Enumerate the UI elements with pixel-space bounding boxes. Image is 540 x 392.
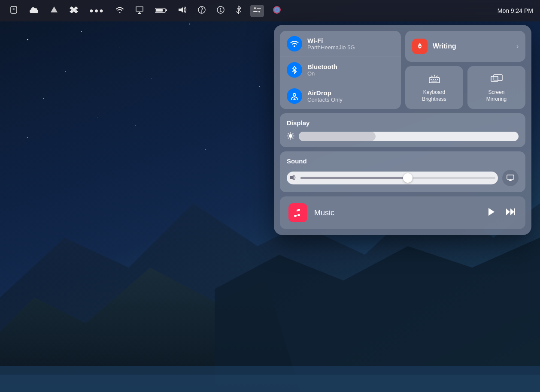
svg-rect-5 <box>11 6 17 13</box>
music-play-button[interactable] <box>486 206 497 220</box>
music-controls <box>486 206 517 220</box>
control-center-icon[interactable] <box>250 5 264 17</box>
volume-slider-wrap[interactable] <box>287 172 498 184</box>
svg-rect-28 <box>429 78 440 83</box>
bluetooth-icon-circle <box>287 62 302 78</box>
svg-rect-15 <box>156 9 163 12</box>
wifi-text: Wi-Fi ParthHeemaJio 5G <box>307 37 355 51</box>
cc-small-tiles: Keyboard Brightness Screen Mirroring <box>405 66 525 109</box>
brightness-icon <box>287 132 294 141</box>
svg-rect-4 <box>0 375 540 392</box>
svg-point-24 <box>273 6 281 14</box>
svg-rect-38 <box>507 175 514 179</box>
sound-row <box>287 170 519 186</box>
bluetooth-subtitle: On <box>307 70 337 77</box>
surfshark-icon[interactable] <box>7 4 21 18</box>
svg-rect-14 <box>166 9 167 11</box>
svg-point-25 <box>294 45 295 47</box>
focus-icon[interactable] <box>195 4 208 18</box>
keyboard-brightness-icon <box>428 72 440 86</box>
menubar: ●●● <box>0 0 540 21</box>
music-app-icon <box>288 203 307 222</box>
svg-text:1: 1 <box>219 8 222 12</box>
wifi-icon-circle <box>287 36 302 51</box>
menubar-left: ●●● <box>7 4 498 18</box>
airdrop-subtitle: Contacts Only <box>307 96 343 103</box>
sound-section: Sound <box>280 151 525 192</box>
svg-rect-33 <box>431 81 437 81</box>
wifi-icon[interactable] <box>113 5 127 17</box>
airdrop-icon-circle <box>287 88 302 104</box>
bluetooth-item[interactable]: Bluetooth On <box>280 57 401 83</box>
music-tile[interactable]: Music <box>280 196 525 229</box>
svg-rect-29 <box>431 79 432 80</box>
airplay-menu-icon[interactable] <box>133 4 146 18</box>
svg-rect-23 <box>253 11 258 12</box>
overflow-icon[interactable]: ●●● <box>87 5 107 16</box>
bluetooth-icon[interactable] <box>233 4 244 18</box>
keyboard-brightness-label: Keyboard Brightness <box>422 89 446 103</box>
writing-label: Writing <box>433 42 511 50</box>
icloud-icon[interactable] <box>27 5 41 17</box>
svg-rect-21 <box>257 8 261 9</box>
svg-point-26 <box>293 93 296 96</box>
airplay-icon <box>507 175 514 181</box>
svg-marker-12 <box>138 12 141 14</box>
dropbox-icon[interactable] <box>67 4 81 18</box>
battery-icon[interactable] <box>152 5 170 17</box>
brightness-slider-track[interactable] <box>299 132 519 141</box>
bluetooth-title: Bluetooth <box>307 63 337 70</box>
cc-top-row: Wi-Fi ParthHeemaJio 5G Bluetooth <box>280 31 525 109</box>
music-forward-button[interactable] <box>504 206 517 220</box>
neptunes-icon[interactable] <box>47 4 61 18</box>
display-section: Display <box>280 113 525 147</box>
screen-mirroring-icon <box>490 72 503 86</box>
svg-marker-16 <box>179 7 183 13</box>
svg-marker-6 <box>51 6 58 12</box>
password-icon[interactable]: 1 <box>214 4 227 18</box>
airdrop-item[interactable]: AirDrop Contacts Only <box>280 83 401 109</box>
brightness-slider-row <box>287 132 519 141</box>
svg-rect-43 <box>514 208 515 215</box>
airdrop-text: AirDrop Contacts Only <box>307 89 343 103</box>
control-center-panel: Wi-Fi ParthHeemaJio 5G Bluetooth <box>274 25 531 235</box>
cc-right-column: Writing › <box>405 31 525 109</box>
svg-marker-41 <box>506 208 510 215</box>
svg-rect-30 <box>433 79 434 80</box>
wifi-title: Wi-Fi <box>307 37 355 44</box>
svg-point-22 <box>258 11 260 12</box>
sound-title: Sound <box>287 157 519 165</box>
wifi-subtitle: ParthHeemaJio 5G <box>307 44 355 51</box>
siri-icon[interactable] <box>270 4 284 18</box>
display-title: Display <box>287 119 519 127</box>
airdrop-title: AirDrop <box>307 89 343 96</box>
svg-point-36 <box>289 134 292 137</box>
svg-rect-32 <box>437 79 438 80</box>
menubar-time: Mon 9:24 PM <box>498 7 533 14</box>
airplay-button[interactable] <box>502 170 519 186</box>
svg-point-20 <box>254 7 256 9</box>
volume-icon[interactable] <box>176 5 189 17</box>
menubar-right: Mon 9:24 PM <box>498 7 533 14</box>
writing-tile[interactable]: Writing › <box>405 31 525 62</box>
network-tile: Wi-Fi ParthHeemaJio 5G Bluetooth <box>280 31 401 109</box>
keyboard-brightness-tile[interactable]: Keyboard Brightness <box>405 66 463 109</box>
svg-rect-35 <box>491 76 498 81</box>
wifi-item[interactable]: Wi-Fi ParthHeemaJio 5G <box>280 31 401 57</box>
screen-mirroring-label: Screen Mirroring <box>486 89 507 103</box>
svg-rect-31 <box>435 79 436 80</box>
bluetooth-text: Bluetooth On <box>307 63 337 77</box>
music-app-label: Music <box>314 208 479 217</box>
svg-marker-42 <box>510 208 514 215</box>
writing-icon <box>412 39 428 54</box>
writing-chevron-icon: › <box>516 42 519 50</box>
svg-marker-40 <box>488 208 494 216</box>
screen-mirroring-tile[interactable]: Screen Mirroring <box>467 66 525 109</box>
